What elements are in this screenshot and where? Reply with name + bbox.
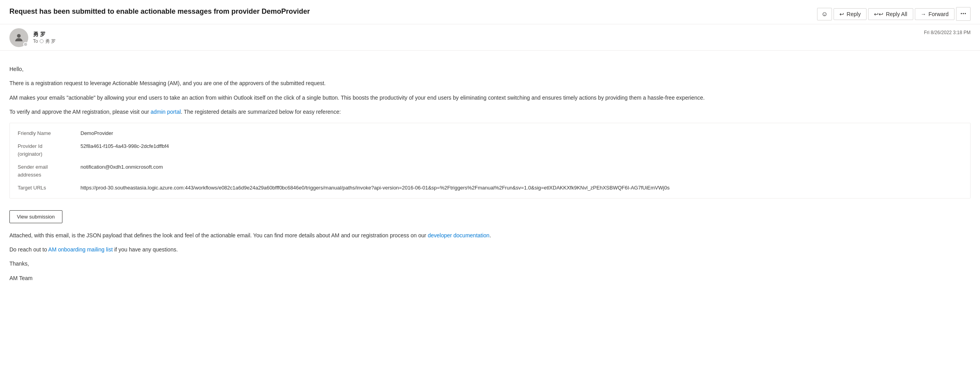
paragraph5-prefix: Do reach out to bbox=[9, 246, 48, 253]
recipient-circle-icon bbox=[40, 39, 44, 43]
sender-row: 勇 罗 To 勇 罗 Fri 8/26/2022 3:18 PM bbox=[0, 24, 980, 50]
details-table: Friendly Name DemoProvider Provider Id(o… bbox=[9, 123, 971, 198]
reply-all-button[interactable]: ↩↩ Reply All bbox=[868, 8, 913, 20]
view-submission-button[interactable]: View submission bbox=[9, 210, 62, 223]
avatar-status bbox=[23, 42, 28, 47]
forward-button[interactable]: → Forward bbox=[915, 8, 954, 20]
thanks: Thanks, bbox=[9, 259, 971, 268]
sender-name-row: 勇 罗 To 勇 罗 bbox=[33, 31, 56, 45]
paragraph3-suffix: . The registered details are summarized … bbox=[181, 109, 341, 115]
reply-icon: ↩ bbox=[839, 11, 844, 17]
admin-portal-link[interactable]: admin portal bbox=[151, 109, 181, 115]
view-submission-container: View submission bbox=[9, 206, 971, 231]
sender-email-value: notification@0xdh1.onmicrosoft.com bbox=[80, 163, 962, 178]
email-subject: Request has been submitted to enable act… bbox=[9, 7, 817, 16]
mailing-list-link[interactable]: AM onboarding mailing list bbox=[48, 246, 113, 253]
email-timestamp: Fri 8/26/2022 3:18 PM bbox=[924, 28, 971, 35]
header-divider bbox=[0, 50, 980, 51]
paragraph1: There is a registration request to lever… bbox=[9, 79, 971, 87]
friendly-name-label: Friendly Name bbox=[18, 129, 80, 137]
signature: AM Team bbox=[9, 274, 971, 282]
developer-docs-link[interactable]: developer documentation bbox=[428, 232, 489, 239]
paragraph4-prefix: Attached, with this email, is the JSON p… bbox=[9, 232, 428, 239]
email-header-bar: Request has been submitted to enable act… bbox=[0, 0, 980, 24]
paragraph5-suffix: if you have any questions. bbox=[113, 246, 178, 253]
email-body: Hello, There is a registration request t… bbox=[0, 57, 980, 296]
paragraph2: AM makes your emails "actionable" by all… bbox=[9, 93, 971, 102]
emoji-icon: ☺ bbox=[821, 11, 828, 17]
paragraph3-prefix: To verify and approve the AM registratio… bbox=[9, 109, 151, 115]
forward-icon: → bbox=[921, 11, 926, 17]
avatar bbox=[9, 28, 28, 47]
details-row-friendly-name: Friendly Name DemoProvider bbox=[18, 129, 962, 137]
to-label: To bbox=[33, 38, 38, 44]
sender-name: 勇 罗 bbox=[33, 31, 56, 38]
friendly-name-value: DemoProvider bbox=[80, 129, 962, 137]
forward-label: Forward bbox=[929, 11, 949, 17]
target-urls-value: https://prod-30.southeastasia.logic.azur… bbox=[80, 184, 962, 192]
details-row-provider-id: Provider Id(originator) 52f8a461-f105-4a… bbox=[18, 142, 962, 158]
reply-label: Reply bbox=[847, 11, 861, 17]
more-icon: ··· bbox=[960, 10, 966, 18]
target-urls-label: Target URLs bbox=[18, 184, 80, 192]
to-row: To 勇 罗 bbox=[33, 38, 56, 45]
svg-point-0 bbox=[17, 34, 20, 38]
greeting: Hello, bbox=[9, 65, 971, 73]
paragraph3: To verify and approve the AM registratio… bbox=[9, 107, 971, 116]
reply-all-icon: ↩↩ bbox=[874, 11, 883, 17]
details-row-target-urls: Target URLs https://prod-30.southeastasi… bbox=[18, 184, 962, 192]
email-container: Request has been submitted to enable act… bbox=[0, 0, 980, 386]
reply-button[interactable]: ↩ Reply bbox=[834, 8, 867, 20]
reply-all-label: Reply All bbox=[886, 11, 907, 17]
details-row-sender-email: Sender emailaddresses notification@0xdh1… bbox=[18, 163, 962, 178]
sender-email-label: Sender emailaddresses bbox=[18, 163, 80, 178]
paragraph4-suffix: . bbox=[490, 232, 491, 239]
sender-info: 勇 罗 To 勇 罗 bbox=[9, 28, 56, 47]
toolbar-buttons: ☺ ↩ Reply ↩↩ Reply All → Forward ··· bbox=[817, 7, 971, 21]
paragraph5: Do reach out to AM onboarding mailing li… bbox=[9, 245, 971, 254]
paragraph4: Attached, with this email, is the JSON p… bbox=[9, 231, 971, 240]
more-actions-button[interactable]: ··· bbox=[956, 7, 971, 21]
provider-id-value: 52f8a461-f105-4a43-998c-2dcfe1dffbf4 bbox=[80, 142, 962, 158]
emoji-button[interactable]: ☺ bbox=[817, 8, 832, 20]
provider-id-label: Provider Id(originator) bbox=[18, 142, 80, 158]
to-recipient: 勇 罗 bbox=[45, 38, 56, 45]
